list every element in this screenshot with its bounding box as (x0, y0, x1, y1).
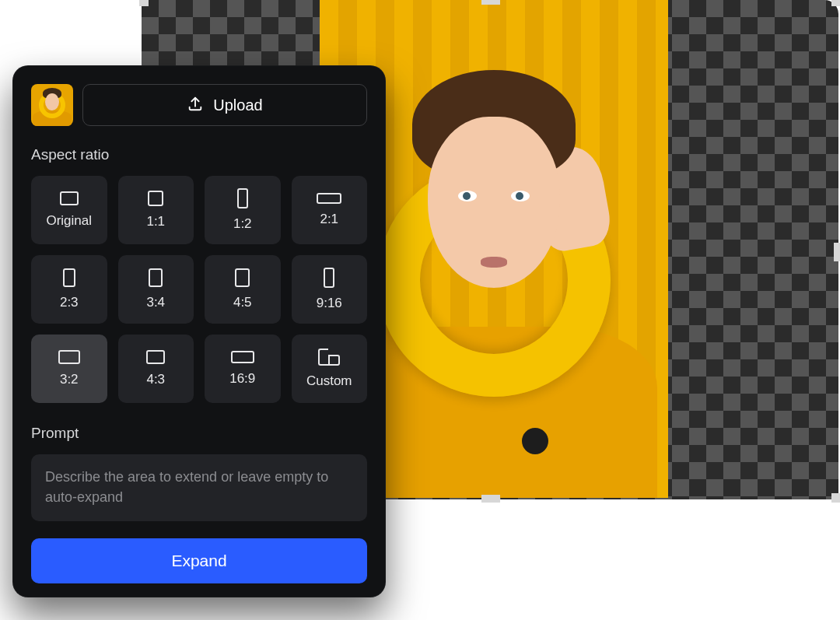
ratio-label: 1:2 (233, 216, 252, 232)
custom-shape-icon (318, 349, 340, 366)
ratio-label: 16:9 (229, 371, 255, 387)
ratio-shape-icon (231, 351, 254, 363)
aspect-ratio-1:2[interactable]: 1:2 (205, 176, 281, 244)
ratio-shape-icon (146, 350, 165, 364)
aspect-ratio-9:16[interactable]: 9:16 (292, 255, 368, 324)
crop-handle-top-right[interactable] (831, 0, 840, 6)
aspect-ratio-2:1[interactable]: 2:1 (292, 176, 368, 244)
aspect-ratio-label: Aspect ratio (31, 146, 367, 163)
aspect-ratio-grid: Original1:11:22:12:33:44:59:163:24:316:9… (31, 176, 367, 403)
ratio-label: 4:3 (146, 372, 165, 387)
ratio-label: 3:4 (146, 295, 165, 310)
ratio-label: 9:16 (317, 296, 342, 311)
ratio-label: 2:3 (60, 295, 79, 310)
controls-panel: Upload Aspect ratio Original1:11:22:12:3… (12, 65, 386, 597)
upload-label: Upload (213, 96, 262, 114)
aspect-ratio-original[interactable]: Original (31, 176, 107, 244)
aspect-ratio-16:9[interactable]: 16:9 (205, 335, 281, 403)
aspect-ratio-3:2[interactable]: 3:2 (31, 335, 107, 403)
prompt-label: Prompt (31, 425, 367, 442)
expand-label: Expand (171, 552, 226, 569)
ratio-label: 2:1 (320, 212, 338, 227)
ratio-label: Custom (306, 373, 352, 389)
crop-handle-bottom-right[interactable] (831, 493, 840, 503)
upload-button[interactable]: Upload (82, 84, 367, 126)
expand-button[interactable]: Expand (31, 538, 367, 583)
image-thumbnail[interactable] (31, 84, 73, 126)
ratio-label: Original (46, 213, 92, 229)
ratio-shape-icon (148, 191, 163, 206)
ratio-shape-icon (58, 350, 80, 364)
aspect-ratio-2:3[interactable]: 2:3 (31, 255, 107, 324)
aspect-ratio-3:4[interactable]: 3:4 (118, 255, 194, 324)
crop-handle-mid-right[interactable] (834, 243, 840, 261)
ratio-shape-icon (149, 268, 163, 287)
ratio-shape-icon (317, 193, 341, 204)
aspect-ratio-custom[interactable]: Custom (292, 335, 368, 403)
aspect-ratio-4:3[interactable]: 4:3 (118, 335, 194, 403)
ratio-shape-icon (324, 268, 334, 288)
ratio-label: 4:5 (233, 295, 252, 310)
crop-handle-top-left[interactable] (139, 0, 149, 6)
aspect-ratio-4:5[interactable]: 4:5 (205, 255, 281, 324)
ratio-label: 3:2 (60, 372, 79, 387)
ratio-label: 1:1 (146, 214, 165, 229)
aspect-ratio-1:1[interactable]: 1:1 (118, 176, 194, 244)
ratio-shape-icon (60, 191, 79, 205)
upload-icon (187, 95, 204, 116)
prompt-input[interactable] (31, 454, 367, 521)
ratio-shape-icon (235, 268, 250, 287)
ratio-shape-icon (237, 188, 248, 208)
crop-handle-bottom-mid[interactable] (481, 495, 500, 503)
ratio-shape-icon (63, 268, 75, 287)
crop-handle-top-mid[interactable] (481, 0, 500, 5)
